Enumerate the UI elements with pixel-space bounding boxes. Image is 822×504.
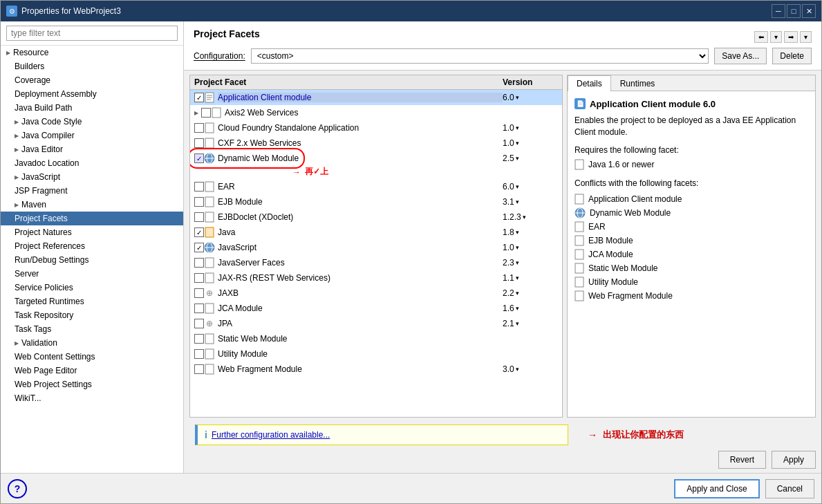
sidebar-item-java-code-style[interactable]: Java Code Style: [1, 115, 183, 129]
nav-dropdown-button[interactable]: ▾: [770, 31, 782, 43]
facet-checkbox-dynamic-web[interactable]: [194, 153, 204, 163]
info-icon: i: [205, 429, 207, 440]
close-button[interactable]: ✕: [802, 4, 816, 18]
sidebar-item-jsp-fragment[interactable]: JSP Fragment: [1, 184, 183, 198]
sidebar-item-validation[interactable]: Validation: [1, 336, 183, 350]
facet-name-jsf: JavaServer Faces: [218, 258, 503, 268]
facet-checkbox-cloud-foundry[interactable]: [194, 123, 204, 133]
sidebar-item-web-page-editor[interactable]: Web Page Editor: [1, 364, 183, 377]
facet-row-cxf[interactable]: CXF 2.x Web Services 1.0 ▾: [190, 136, 562, 151]
facet-checkbox-javascript[interactable]: [194, 243, 204, 252]
sidebar-item-service-policies[interactable]: Service Policies: [1, 281, 183, 295]
facet-checkbox-ejbdoclet[interactable]: [194, 212, 204, 222]
facet-checkbox-jca[interactable]: [194, 304, 204, 313]
facet-row-utility[interactable]: Utility Module: [190, 346, 562, 362]
sidebar: Resource Builders Coverage Deployment As…: [1, 21, 184, 473]
facet-row-dynamic-web[interactable]: Dynamic Web Module 2.5 ▾: [190, 151, 562, 166]
panel-header: Project Facets ⬅ ▾ ➡ ▾ Configuration: <c…: [184, 21, 821, 71]
main-content: Resource Builders Coverage Deployment As…: [1, 21, 821, 473]
facet-checkbox-web-fragment[interactable]: [194, 364, 204, 374]
sidebar-item-project-natures[interactable]: Project Natures: [1, 225, 183, 239]
facet-row-cloud-foundry[interactable]: Cloud Foundry Standalone Application 1.0…: [190, 120, 562, 136]
conflict-item-1: Dynamic Web Module: [575, 206, 808, 220]
facet-checkbox-ear[interactable]: [194, 182, 204, 192]
sidebar-item-java-build-path[interactable]: Java Build Path: [1, 101, 183, 115]
apply-button[interactable]: Apply: [772, 451, 816, 469]
annotation-text-dynamic: 再✓上: [305, 166, 328, 178]
config-select[interactable]: <custom>: [251, 48, 709, 64]
facet-row-static-web[interactable]: Static Web Module: [190, 331, 562, 346]
sidebar-item-deployment-assembly[interactable]: Deployment Assembly: [1, 87, 183, 101]
details-conflicts-title: Conflicts with the following facets:: [575, 178, 808, 188]
sidebar-item-javadoc-location[interactable]: Javadoc Location: [1, 156, 183, 170]
facet-name-web-fragment: Web Fragment Module: [218, 364, 503, 374]
apply-and-close-button[interactable]: Apply and Close: [674, 479, 759, 498]
facet-checkbox-java[interactable]: [194, 227, 204, 237]
facet-name-utility: Utility Module: [218, 349, 503, 359]
help-button[interactable]: ?: [8, 479, 27, 498]
info-bar-link[interactable]: Further configuration available...: [212, 430, 330, 440]
facet-checkbox-app-client[interactable]: [194, 93, 204, 102]
sidebar-item-task-tags[interactable]: Task Tags: [1, 322, 183, 336]
facet-row-axis2[interactable]: ▶ Axis2 Web Services: [190, 105, 562, 120]
sidebar-item-builders[interactable]: Builders: [1, 59, 183, 73]
facet-checkbox-jaxb[interactable]: [194, 288, 204, 298]
sidebar-item-coverage[interactable]: Coverage: [1, 73, 183, 87]
sidebar-item-project-facets[interactable]: Project Facets: [1, 212, 183, 225]
tab-runtimes[interactable]: Runtimes: [611, 75, 664, 91]
sidebar-item-javascript[interactable]: JavaScript: [1, 170, 183, 184]
revert-button[interactable]: Revert: [718, 451, 766, 469]
facet-checkbox-axis2[interactable]: [201, 108, 211, 118]
sidebar-item-resource[interactable]: Resource: [1, 46, 183, 59]
sidebar-item-java-editor[interactable]: Java Editor: [1, 142, 183, 156]
sidebar-item-maven[interactable]: Maven: [1, 198, 183, 212]
facet-row-ear[interactable]: EAR 6.0 ▾: [190, 179, 562, 194]
facet-row-jpa[interactable]: ⊕ JPA 2.1 ▾: [190, 316, 562, 331]
facet-name-ejb: EJB Module: [218, 197, 503, 207]
sidebar-item-project-references[interactable]: Project References: [1, 239, 183, 253]
nav-forward-dropdown-button[interactable]: ▾: [800, 31, 812, 43]
nav-back-button[interactable]: ⬅: [754, 31, 768, 43]
sidebar-item-run-debug[interactable]: Run/Debug Settings: [1, 253, 183, 267]
delete-button[interactable]: Delete: [772, 48, 812, 64]
sidebar-item-wikit[interactable]: WikiT...: [1, 391, 183, 405]
sidebar-item-web-project-settings[interactable]: Web Project Settings: [1, 377, 183, 391]
facet-icon-jpa: ⊕: [204, 318, 215, 329]
facet-name-java: Java: [218, 227, 503, 237]
facet-version-javascript: 1.0 ▾: [503, 243, 558, 252]
annotation-row-dynamic-web: → 再✓上: [190, 166, 562, 179]
sidebar-item-web-content-settings[interactable]: Web Content Settings: [1, 350, 183, 364]
facet-row-javascript[interactable]: JavaScript 1.0 ▾: [190, 240, 562, 255]
facet-checkbox-ejb[interactable]: [194, 197, 204, 207]
details-description: Enables the project to be deployed as a …: [575, 115, 808, 138]
maximize-button[interactable]: □: [787, 4, 801, 18]
facet-row-ejbdoclet[interactable]: EJBDoclet (XDoclet) 1.2.3 ▾: [190, 209, 562, 225]
save-as-button[interactable]: Save As...: [714, 48, 767, 64]
sidebar-item-server[interactable]: Server: [1, 267, 183, 281]
facet-row-jca[interactable]: JCA Module 1.6 ▾: [190, 301, 562, 316]
facet-checkbox-cxf[interactable]: [194, 138, 204, 148]
cancel-button[interactable]: Cancel: [765, 479, 814, 498]
nav-forward-button[interactable]: ➡: [784, 31, 798, 43]
sidebar-item-task-repository[interactable]: Task Repository: [1, 308, 183, 322]
minimize-button[interactable]: ─: [772, 4, 785, 18]
facet-name-app-client: Application Client module: [218, 93, 503, 102]
facet-row-jaxb[interactable]: ⊕ JAXB 2.2 ▾: [190, 286, 562, 301]
sidebar-item-java-compiler[interactable]: Java Compiler: [1, 129, 183, 142]
sidebar-item-targeted-runtimes[interactable]: Targeted Runtimes: [1, 295, 183, 308]
facet-checkbox-jpa[interactable]: [194, 319, 204, 328]
facet-checkbox-jsf[interactable]: [194, 258, 204, 268]
info-annotation: → 出现让你配置的东西: [588, 429, 684, 441]
facet-row-ejb[interactable]: EJB Module 3.1 ▾: [190, 194, 562, 209]
facet-checkbox-jaxrs[interactable]: [194, 273, 204, 283]
facet-checkbox-utility[interactable]: [194, 349, 204, 359]
facets-table-body: Application Client module 6.0 ▾ ▶: [190, 90, 562, 417]
facet-row-app-client[interactable]: Application Client module 6.0 ▾: [190, 90, 562, 105]
sidebar-search-input[interactable]: [6, 26, 178, 41]
facet-row-java[interactable]: Java 1.8 ▾: [190, 225, 562, 240]
facet-checkbox-static-web[interactable]: [194, 334, 204, 344]
facet-row-web-fragment[interactable]: Web Fragment Module 3.0 ▾: [190, 362, 562, 377]
facet-row-jaxrs[interactable]: JAX-RS (REST Web Services) 1.1 ▾: [190, 270, 562, 286]
tab-details[interactable]: Details: [568, 75, 611, 91]
facet-row-jsf[interactable]: JavaServer Faces 2.3 ▾: [190, 255, 562, 270]
